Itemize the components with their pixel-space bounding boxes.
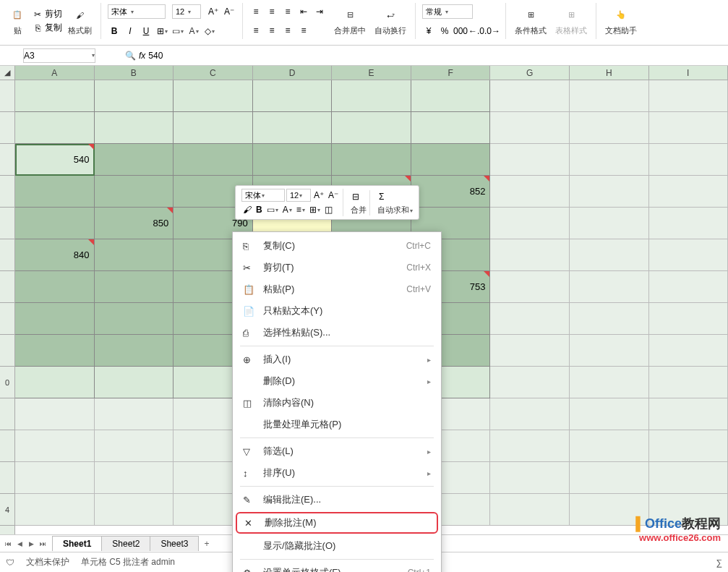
cell-H2[interactable]: [570, 112, 649, 144]
indent-decrease-button[interactable]: ⇤: [296, 4, 311, 19]
copy-button[interactable]: ⎘ 复制: [32, 22, 62, 34]
cell-G3[interactable]: [490, 144, 570, 176]
cell-A9[interactable]: [15, 335, 95, 367]
cell-G12[interactable]: [490, 430, 570, 462]
table-style-button[interactable]: ⊞ 表格样式: [552, 5, 590, 38]
menu-cut[interactable]: ✂ 剪切(T) Ctrl+X: [233, 257, 441, 278]
cell-F1[interactable]: [411, 80, 491, 112]
conditional-format-button[interactable]: ⊞ 条件格式: [512, 5, 549, 38]
mini-autosum-icon[interactable]: Σ: [377, 190, 413, 203]
cell-I10[interactable]: [649, 367, 729, 398]
align-right-button[interactable]: ≡: [281, 23, 295, 38]
cell-I3[interactable]: [649, 144, 729, 176]
menu-sort[interactable]: ↕ 排序(U) ▸: [233, 462, 441, 484]
row-header-14[interactable]: 4: [0, 494, 14, 526]
cell-I1[interactable]: [649, 80, 729, 112]
cell-B3[interactable]: [95, 144, 174, 176]
cell-G2[interactable]: [490, 112, 570, 144]
format-painter-button[interactable]: 🖌 格式刷: [65, 5, 95, 38]
menu-copy[interactable]: ⎘ 复制(C) Ctrl+C: [233, 235, 441, 257]
cell-A11[interactable]: [15, 398, 95, 430]
row-header-4[interactable]: [0, 176, 14, 208]
menu-batch[interactable]: 批量处理单元格(P): [233, 414, 441, 435]
menu-insert[interactable]: ⊕ 插入(I) ▸: [233, 349, 441, 370]
cell-H12[interactable]: [570, 430, 649, 462]
mini-bold[interactable]: B: [254, 203, 264, 216]
cell-C1[interactable]: [174, 80, 253, 112]
menu-paste-special[interactable]: ⎙ 选择性粘贴(S)...: [233, 322, 441, 343]
bold-button[interactable]: B: [107, 24, 121, 38]
cell-B1[interactable]: [95, 80, 174, 112]
fx-label[interactable]: fx: [139, 51, 145, 61]
cell-I6[interactable]: [649, 239, 729, 271]
cell-H1[interactable]: [570, 80, 649, 112]
cell-A8[interactable]: [15, 303, 95, 335]
menu-delete-comment[interactable]: ✕ 删除批注(M): [236, 512, 438, 534]
row-header-8[interactable]: [0, 303, 14, 335]
cell-B10[interactable]: [95, 367, 174, 398]
sheet-nav-first[interactable]: ⏮: [3, 538, 13, 550]
cell-G6[interactable]: [490, 239, 570, 271]
cell-E2[interactable]: [332, 112, 411, 144]
font-name-select[interactable]: 宋体 ▾: [108, 4, 166, 19]
cell-I11[interactable]: [649, 398, 729, 430]
menu-filter[interactable]: ▽ 筛选(L) ▸: [233, 440, 441, 462]
decrease-font-button[interactable]: A⁻: [222, 4, 236, 19]
mini-align[interactable]: ≡▾: [295, 203, 307, 216]
mini-border[interactable]: ⊞▾: [308, 203, 322, 216]
cell-G10[interactable]: [490, 367, 570, 398]
row-header-6[interactable]: [0, 239, 14, 271]
cell-H10[interactable]: [570, 367, 649, 398]
mini-decrease-font[interactable]: A⁻: [327, 189, 340, 202]
cell-G5[interactable]: [490, 208, 570, 239]
col-header-F[interactable]: F: [411, 66, 491, 80]
col-header-E[interactable]: E: [332, 66, 411, 80]
font-size-select[interactable]: 12 ▾: [172, 4, 201, 19]
merge-center-button[interactable]: ⊟ 合并居中: [331, 5, 369, 38]
row-header-9[interactable]: [0, 335, 14, 367]
sheet-nav-prev[interactable]: ◀: [14, 538, 25, 550]
menu-show-hide-comment[interactable]: 显示/隐藏批注(O): [233, 535, 441, 557]
cell-B8[interactable]: [95, 303, 174, 335]
cell-B7[interactable]: [95, 271, 174, 303]
cell-F2[interactable]: [411, 112, 491, 144]
underline-button[interactable]: U: [139, 24, 153, 38]
mini-font-color[interactable]: A▾: [281, 203, 294, 216]
row-header-11[interactable]: [0, 398, 14, 430]
cell-A14[interactable]: [15, 494, 95, 526]
cell-G13[interactable]: [490, 462, 570, 494]
align-justify-button[interactable]: ≡: [296, 23, 311, 38]
menu-clear[interactable]: ◫ 清除内容(N): [233, 392, 441, 414]
cell-A2[interactable]: [15, 112, 95, 144]
menu-paste[interactable]: 📋 粘贴(P) Ctrl+V: [233, 278, 441, 300]
row-header-3[interactable]: [0, 144, 14, 176]
align-center-button[interactable]: ≡: [265, 23, 279, 38]
currency-button[interactable]: ¥: [421, 24, 436, 38]
increase-decimal-button[interactable]: .0→: [485, 24, 500, 38]
cell-H7[interactable]: [570, 271, 649, 303]
cell-E3[interactable]: [332, 144, 411, 176]
cell-D1[interactable]: [253, 80, 333, 112]
col-header-G[interactable]: G: [490, 66, 570, 80]
cell-B9[interactable]: [95, 335, 174, 367]
cell-B12[interactable]: [95, 430, 174, 462]
cell-H3[interactable]: [570, 144, 649, 176]
cell-D3[interactable]: [253, 144, 333, 176]
mini-format-painter[interactable]: 🖌: [241, 203, 253, 216]
decrease-decimal-button[interactable]: ←.0: [469, 24, 484, 38]
cell-B2[interactable]: [95, 112, 174, 144]
row-header-2[interactable]: [0, 112, 14, 144]
mini-increase-font[interactable]: A⁺: [312, 189, 325, 202]
cell-H11[interactable]: [570, 398, 649, 430]
cell-H13[interactable]: [570, 462, 649, 494]
col-header-H[interactable]: H: [570, 66, 649, 80]
cell-G14[interactable]: [490, 494, 570, 526]
doc-protect-status[interactable]: 文档未保护: [26, 556, 69, 568]
cell-F3[interactable]: [411, 144, 491, 176]
col-header-D[interactable]: D: [253, 66, 333, 80]
paste-button[interactable]: 📋 贴: [6, 5, 29, 38]
cell-G11[interactable]: [490, 398, 570, 430]
cell-G9[interactable]: [490, 335, 570, 367]
row-header-12[interactable]: [0, 430, 14, 462]
cell-C2[interactable]: [174, 112, 253, 144]
